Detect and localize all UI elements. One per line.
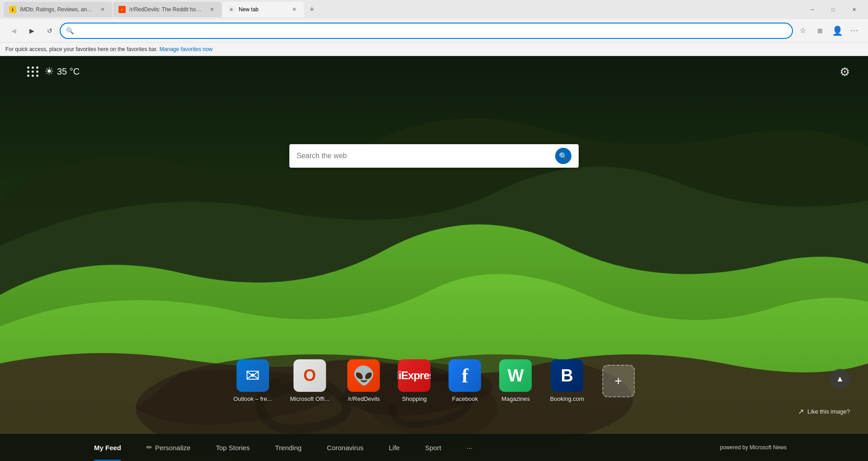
quick-link-label-aliexpress: Shopping: [402, 395, 427, 402]
settings-gear-button[interactable]: ⚙: [840, 65, 850, 79]
nav-label-sport: Sport: [425, 444, 441, 452]
favorites-bar-text: For quick access, place your favorites h…: [5, 46, 158, 52]
forward-button[interactable]: ▶: [24, 23, 40, 39]
tab-imdb[interactable]: i IMDb: Ratings, Reviews, and Wh... ✕: [4, 2, 112, 17]
add-shortcut-button[interactable]: +: [602, 365, 635, 397]
search-box: 🔍: [289, 144, 579, 168]
chevron-up-icon: ▲: [836, 374, 844, 384]
menu-button[interactable]: ···: [846, 23, 863, 39]
new-tab-content: ☀ 35 °C ⚙ 🔍 ✉ Outlook – fre... O Microso…: [0, 56, 868, 461]
nav-label-myfeed: My Feed: [94, 444, 121, 452]
expand-icon: ↗: [798, 407, 804, 416]
grid-dot: [32, 66, 34, 69]
grid-dot: [36, 66, 38, 69]
navigation-bar: ◀ ▶ ↺ 🔍 ☆ ⊞ 👤 ···: [0, 19, 868, 42]
tab-reddit[interactable]: r /r/RedDevils: The Reddit home f... ✕: [113, 2, 222, 17]
quick-links: ✉ Outlook – fre... O Microsoft Offi... 👽…: [233, 359, 635, 402]
nav-item-trending[interactable]: Trending: [262, 434, 314, 461]
tab-favicon-reddit: r: [118, 6, 126, 13]
refresh-button[interactable]: ↺: [42, 23, 58, 39]
nav-label-topstories: Top Stories: [216, 444, 250, 452]
tab-close-newtab[interactable]: ✕: [290, 5, 298, 14]
nav-item-sport[interactable]: Sport: [412, 434, 454, 461]
back-button[interactable]: ◀: [5, 23, 22, 39]
quick-link-office[interactable]: O Microsoft Offi...: [290, 359, 329, 402]
quick-link-icon-outlook: ✉: [236, 359, 269, 392]
favorites-bar: For quick access, place your favorites h…: [0, 42, 868, 56]
nav-item-personalize[interactable]: ✏ Personalize: [134, 434, 203, 461]
pencil-icon: ✏: [146, 443, 152, 452]
add-shortcut-item[interactable]: +: [602, 365, 635, 397]
nav-actions: ☆ ⊞ 👤 ···: [795, 23, 863, 39]
weather-widget: ☀ 35 °C: [44, 65, 80, 78]
nav-item-topstories[interactable]: Top Stories: [203, 434, 262, 461]
tab-title-newtab: New tab: [239, 6, 287, 13]
tab-title-reddit: /r/RedDevils: The Reddit home f...: [129, 6, 204, 13]
tab-close-reddit[interactable]: ✕: [208, 5, 216, 14]
window-controls: ─ □ ✕: [802, 0, 864, 19]
grid-dot: [27, 66, 29, 69]
nav-label-personalize: Personalize: [155, 444, 190, 452]
quick-link-label-booking: Booking.com: [550, 395, 584, 402]
tab-title-imdb: IMDb: Ratings, Reviews, and Wh...: [20, 6, 95, 13]
top-widgets: ☀ 35 °C: [27, 65, 80, 78]
minimize-button[interactable]: ─: [802, 0, 823, 19]
apps-grid-button[interactable]: [27, 66, 39, 77]
profile-button[interactable]: 👤: [829, 23, 845, 39]
tab-favicon-imdb: i: [9, 6, 16, 13]
grid-dot: [27, 75, 29, 77]
search-input[interactable]: [297, 152, 551, 160]
weather-temperature: 35 °C: [57, 66, 80, 77]
nav-label-life: Life: [389, 444, 400, 452]
nav-item-more[interactable]: ···: [454, 434, 485, 461]
quick-link-magazines[interactable]: W Magazines: [500, 359, 532, 402]
tab-newtab[interactable]: ⊕ New tab ✕: [222, 2, 304, 17]
weather-icon: ☀: [44, 65, 54, 78]
powered-by: powered by Microsoft News: [720, 444, 787, 451]
new-tab-button[interactable]: +: [305, 2, 319, 17]
address-input[interactable]: [77, 27, 787, 34]
grid-dot: [32, 75, 34, 77]
manage-favorites-link[interactable]: Manage favorites now: [160, 46, 212, 52]
nav-item-life[interactable]: Life: [376, 434, 412, 461]
grid-dot: [32, 71, 34, 73]
search-submit-icon: 🔍: [559, 152, 568, 160]
nav-label-coronavirus: Coronavirus: [327, 444, 363, 452]
tab-close-imdb[interactable]: ✕: [99, 5, 107, 14]
quick-link-icon-reddit: 👽: [348, 359, 380, 392]
nav-item-myfeed[interactable]: My Feed: [81, 434, 134, 461]
like-image-text: Like this image?: [807, 408, 850, 415]
quick-link-outlook[interactable]: ✉ Outlook – fre...: [233, 359, 272, 402]
tab-bar: i IMDb: Ratings, Reviews, and Wh... ✕ r …: [0, 0, 868, 19]
quick-link-aliexpress[interactable]: AliExpress Shopping: [398, 359, 431, 402]
maximize-button[interactable]: □: [823, 0, 844, 19]
quick-link-facebook[interactable]: f Facebook: [449, 359, 481, 402]
quick-link-icon-aliexpress: AliExpress: [398, 359, 431, 392]
grid-dot: [36, 71, 38, 73]
powered-by-brand: Microsoft News: [750, 444, 787, 451]
close-button[interactable]: ✕: [844, 0, 864, 19]
nav-item-coronavirus[interactable]: Coronavirus: [314, 434, 376, 461]
quick-link-icon-office: O: [293, 359, 326, 392]
quick-link-label-outlook: Outlook – fre...: [233, 395, 272, 402]
like-image-button[interactable]: ↗ Like this image?: [798, 407, 850, 416]
search-icon: 🔍: [66, 27, 74, 34]
scroll-up-button[interactable]: ▲: [830, 369, 850, 389]
nav-label-more: ···: [467, 444, 472, 452]
quick-link-label-reddit: /r/RedDevils: [348, 395, 380, 402]
quick-link-icon-booking: B: [551, 359, 583, 392]
tab-favicon-newtab: ⊕: [228, 6, 235, 13]
quick-link-reddit[interactable]: 👽 /r/RedDevils: [348, 359, 380, 402]
search-submit-button[interactable]: 🔍: [555, 148, 571, 164]
collections-button[interactable]: ⊞: [812, 23, 828, 39]
bottom-navigation: My Feed ✏ Personalize Top Stories Trendi…: [0, 434, 868, 461]
quick-link-booking[interactable]: B Booking.com: [550, 359, 584, 402]
favorites-star-button[interactable]: ☆: [795, 23, 811, 39]
address-bar[interactable]: 🔍: [60, 23, 793, 39]
nav-label-trending: Trending: [275, 444, 302, 452]
quick-link-icon-facebook: f: [449, 359, 481, 392]
quick-link-label-office: Microsoft Offi...: [290, 395, 329, 402]
grid-dot: [27, 71, 29, 73]
grid-dot: [36, 75, 38, 77]
quick-link-label-magazines: Magazines: [501, 395, 530, 402]
